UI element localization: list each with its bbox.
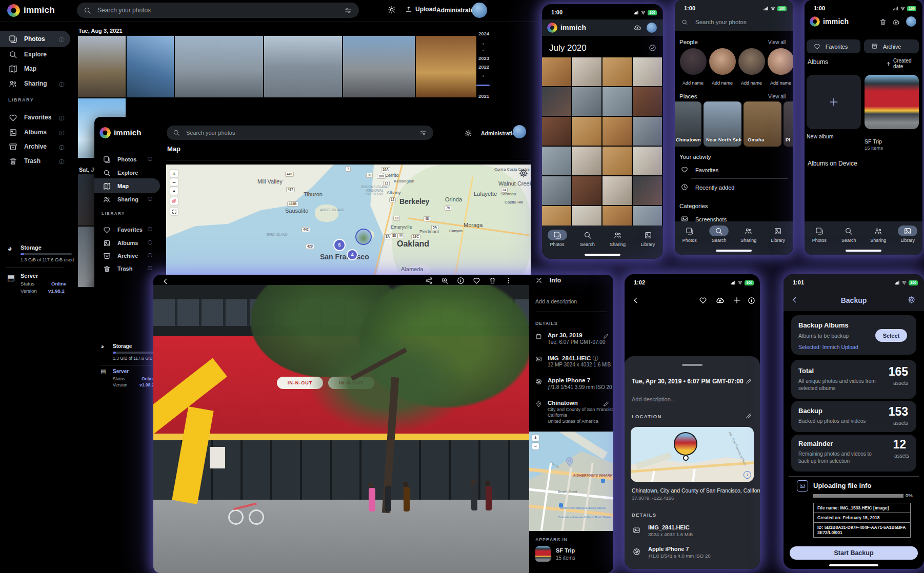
map-fullscreen-button[interactable] [170, 208, 178, 215]
map-cluster-marker[interactable]: 5 [333, 239, 346, 251]
info-badge-icon[interactable]: ⓘ [148, 252, 152, 259]
nav-sharing[interactable]: Sharing [602, 230, 633, 247]
photo-viewer[interactable]: IN-N-OUT IN-N-OUT [153, 285, 529, 573]
favorites-button[interactable]: Favorites [807, 39, 860, 53]
select-button[interactable]: Select [875, 329, 907, 342]
photo-thumbnail[interactable] [633, 87, 662, 116]
photo-thumbnail[interactable] [416, 36, 476, 97]
theme-toggle-icon[interactable] [388, 6, 396, 14]
delete-trash-icon[interactable] [489, 277, 496, 284]
search-input[interactable]: Search your photos [77, 3, 359, 18]
nav-search[interactable]: Search [834, 226, 864, 243]
person-avatar[interactable] [738, 48, 765, 75]
nav-search[interactable]: Search [705, 226, 734, 243]
edit-pencil-icon[interactable] [603, 401, 609, 407]
info-badge-icon[interactable]: ⓘ [148, 196, 152, 202]
drag-handle[interactable] [682, 364, 702, 366]
photo-thumbnail[interactable] [602, 117, 632, 146]
info-badge-icon[interactable]: ⓘ [148, 156, 152, 162]
add-name-label[interactable]: Add name [741, 80, 762, 86]
sort-button[interactable]: Created date [886, 58, 922, 69]
edit-pencil-icon[interactable] [746, 378, 752, 384]
photo-thumbnail[interactable] [572, 176, 601, 205]
settings-gear-icon[interactable] [908, 296, 916, 304]
view-all-link[interactable]: View all [768, 94, 786, 99]
close-icon[interactable] [535, 277, 543, 284]
sidebar-item-explore[interactable]: Explore [0, 47, 70, 62]
nav-photos[interactable]: Photos [805, 226, 834, 243]
trash-icon[interactable] [879, 18, 887, 26]
edit-pencil-icon[interactable] [603, 333, 609, 339]
photo-thumbnail[interactable] [602, 87, 632, 116]
map-attribution-icon[interactable]: i [744, 471, 751, 479]
scrubber-handle[interactable] [476, 85, 490, 86]
place-tile[interactable]: Omaha [744, 101, 781, 147]
photo-thumbnail[interactable] [542, 147, 571, 175]
photo-thumbnail[interactable] [572, 57, 601, 86]
nav-search[interactable]: Search [572, 230, 602, 247]
cloud-upload-icon[interactable] [715, 296, 725, 305]
map-compass-button[interactable]: ▲ [170, 187, 178, 195]
photo-thumbnail[interactable] [633, 57, 662, 86]
photo-thumbnail[interactable] [542, 57, 571, 86]
photo-thumbnail[interactable] [633, 117, 662, 146]
cloud-sync-icon[interactable] [892, 18, 900, 26]
info-badge-icon[interactable]: ⓘ [59, 36, 64, 44]
filter-sliders-icon[interactable] [419, 129, 427, 136]
sidebar-item-map[interactable]: Map [0, 61, 70, 76]
map-cluster-marker[interactable]: 4 [347, 249, 358, 260]
location-map[interactable]: Pier 45 FISHERMAN'S WHARF Beach Street N… [529, 432, 613, 531]
description-input[interactable]: Add a description [535, 298, 577, 304]
info-icon[interactable] [457, 277, 465, 284]
avatar[interactable] [906, 16, 916, 27]
nav-library[interactable]: Library [893, 226, 923, 243]
nav-library[interactable]: Library [764, 226, 793, 243]
more-options-icon[interactable] [505, 277, 512, 284]
add-plus-icon[interactable] [733, 296, 741, 304]
add-name-label[interactable]: Add name [770, 80, 791, 86]
photo-thumbnail[interactable] [175, 36, 263, 97]
photo-thumbnail[interactable] [542, 176, 571, 205]
photo-thumbnail[interactable] [264, 36, 342, 97]
select-all-check-icon[interactable] [649, 44, 656, 52]
info-badge-icon[interactable]: ⓘ [59, 81, 64, 88]
map-photo-marker[interactable] [355, 229, 372, 245]
description-input[interactable]: Add description... [632, 396, 675, 402]
search-input[interactable]: Search your photos [695, 19, 747, 25]
info-icon[interactable] [748, 297, 755, 304]
info-badge-icon[interactable]: ⓘ [59, 130, 64, 137]
upload-button[interactable]: Upload [405, 6, 436, 13]
nav-sharing[interactable]: Sharing [734, 226, 764, 243]
map-hide-markers-button[interactable] [170, 197, 178, 205]
map-zoom-out-button[interactable]: − [532, 443, 539, 449]
info-badge-icon[interactable]: ⓘ [148, 226, 152, 233]
info-badge-icon[interactable]: ⓘ [59, 144, 64, 151]
favorite-heart-icon[interactable] [699, 296, 707, 304]
person-avatar[interactable] [768, 48, 793, 75]
info-badge-icon[interactable]: ⓘ [148, 239, 152, 246]
nav-sharing[interactable]: Sharing [863, 226, 893, 243]
nav-library[interactable]: Library [633, 230, 663, 247]
start-backup-button[interactable]: Start Backup [790, 546, 918, 560]
avatar[interactable] [647, 23, 657, 33]
back-arrow-icon[interactable] [632, 296, 640, 304]
back-arrow-icon[interactable] [162, 277, 170, 285]
map-zoom-in-button[interactable]: + [170, 170, 178, 177]
photo-thumbnail[interactable] [602, 176, 632, 205]
filter-sliders-icon[interactable] [344, 7, 352, 14]
photo-thumbnail[interactable] [572, 117, 601, 146]
add-name-label[interactable]: Add name [712, 80, 733, 86]
person-avatar[interactable] [680, 48, 707, 75]
photo-thumbnail[interactable] [572, 87, 601, 116]
location-map-card[interactable]: Rd - San Francisco Ferry i [631, 427, 754, 482]
add-name-label[interactable]: Add name [682, 80, 704, 86]
map-zoom-out-button[interactable]: − [170, 178, 178, 186]
photo-thumbnail[interactable] [602, 57, 632, 86]
photo-thumbnail[interactable] [78, 36, 126, 97]
archive-button[interactable]: Archive [864, 39, 919, 53]
place-tile[interactable]: Pl [784, 101, 793, 147]
photo-thumbnail[interactable] [633, 176, 662, 205]
avatar[interactable] [513, 125, 526, 138]
share-icon[interactable] [425, 277, 433, 284]
photo-thumbnail[interactable] [602, 147, 632, 175]
